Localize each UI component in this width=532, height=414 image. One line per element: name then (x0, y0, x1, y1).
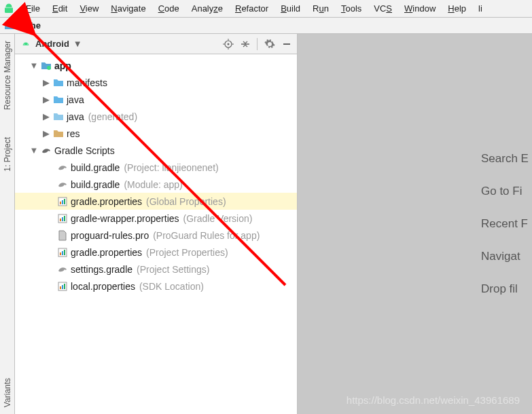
svg-rect-17 (62, 217, 63, 221)
tree-label: gradle.properties (71, 196, 142, 207)
tree-node-app[interactable]: ▼ app (15, 57, 297, 74)
hint-recent: Recent F (481, 217, 532, 231)
watermark: https://blog.csdn.net/weixin_43961689 (347, 394, 520, 406)
tree-hint: (generated) (88, 111, 137, 122)
chevron-down-icon: ▼ (30, 147, 38, 155)
menu-run[interactable]: Run (307, 2, 334, 15)
gradle-icon (57, 179, 68, 190)
properties-icon (57, 247, 68, 258)
tree-hint: (Module: app) (124, 179, 182, 190)
folder-icon (53, 77, 64, 88)
hint-drop: Drop fil (481, 282, 532, 296)
svg-point-1 (27, 43, 28, 44)
panel-header: Android ▼ (15, 34, 297, 54)
left-gutter: Resource Manager 1: Project Variants (0, 34, 15, 414)
menu-build[interactable]: Build (275, 2, 306, 15)
tree-label: local.properties (71, 281, 135, 292)
properties-icon (57, 281, 68, 292)
chevron-right-icon: ▶ (42, 113, 50, 121)
tree-node-settings-gradle[interactable]: ▶ settings.gradle (Project Settings) (15, 261, 297, 278)
menu-view[interactable]: View (74, 2, 104, 15)
svg-rect-22 (64, 250, 65, 255)
menu-window[interactable]: Window (399, 2, 441, 15)
menu-partial[interactable]: li (473, 2, 488, 15)
collapse-icon[interactable] (241, 39, 250, 49)
properties-icon (57, 213, 68, 224)
svg-rect-12 (60, 202, 61, 204)
gutter-project[interactable]: 1: Project (3, 137, 12, 172)
menu-help[interactable]: Help (442, 2, 472, 15)
tree-hint: (Project: lianjieonenet) (124, 162, 218, 173)
breadcrumb: bishe (0, 18, 532, 34)
tree-label: app (54, 60, 71, 71)
chevron-right-icon: ▶ (42, 96, 50, 104)
tree-hint: (Project Properties) (146, 247, 228, 258)
tree-node-gradle-wrapper-properties[interactable]: ▶ gradle-wrapper.properties (Gradle Vers… (15, 210, 297, 227)
chevron-right-icon: ▶ (42, 79, 50, 87)
menu-refactor[interactable]: Refactor (230, 2, 274, 15)
tree-label: settings.gradle (71, 264, 132, 275)
folder-res-icon (53, 128, 64, 139)
svg-point-3 (228, 43, 230, 45)
hint-goto-file: Go to Fi (481, 185, 532, 198)
tree-label: gradle.properties (71, 247, 142, 258)
tree-node-gradle-properties-global[interactable]: ▶ gradle.properties (Global Properties) (15, 193, 297, 210)
tree-hint: (Project Settings) (137, 264, 209, 275)
minimize-icon[interactable] (282, 39, 291, 49)
tree-node-java-generated[interactable]: ▶ java (generated) (15, 108, 297, 125)
hint-search: Search E (481, 152, 532, 166)
menu-tools[interactable]: Tools (336, 2, 367, 15)
menu-vcs[interactable]: VCS (368, 2, 397, 15)
menu-edit[interactable]: Edit (47, 2, 73, 15)
tree-node-proguard-rules[interactable]: ▶ proguard-rules.pro (ProGuard Rules for… (15, 227, 297, 244)
menu-file[interactable]: File (20, 2, 46, 15)
folder-gen-icon (53, 111, 64, 122)
tree-label: java (67, 111, 84, 122)
chevron-down-icon: ▼ (73, 39, 82, 49)
tree-node-manifests[interactable]: ▶ manifests (15, 74, 297, 91)
svg-point-10 (47, 66, 51, 70)
folder-icon (53, 94, 64, 105)
target-icon[interactable] (223, 39, 234, 50)
gear-icon[interactable] (264, 39, 275, 50)
menu-navigate[interactable]: Navigate (105, 2, 151, 15)
gradle-icon (57, 264, 68, 275)
gradle-icon (57, 162, 68, 173)
folder-icon (4, 20, 15, 31)
android-head-icon (20, 39, 31, 49)
menu-analyze[interactable]: Analyze (186, 2, 228, 15)
svg-rect-26 (64, 284, 65, 289)
tree-hint: (ProGuard Rules for app) (153, 230, 260, 241)
chevron-down-icon: ▼ (30, 62, 38, 70)
tree-label: res (67, 128, 79, 139)
svg-rect-14 (64, 199, 65, 204)
svg-rect-24 (60, 286, 61, 289)
tree-node-res[interactable]: ▶ res (15, 125, 297, 142)
svg-rect-21 (62, 251, 63, 255)
chevron-right-icon: ▶ (42, 130, 50, 138)
editor-empty-state: Search E Go to Fi Recent F Navigat Drop … (298, 34, 532, 414)
gutter-variants[interactable]: Variants (3, 378, 12, 407)
tree-node-java[interactable]: ▶ java (15, 91, 297, 108)
tree-label: java (67, 94, 84, 105)
tree-node-gradle-properties-project[interactable]: ▶ gradle.properties (Project Properties) (15, 244, 297, 261)
properties-icon (57, 196, 68, 207)
main-area: Resource Manager 1: Project Variants And… (0, 34, 532, 414)
svg-rect-13 (62, 200, 63, 204)
android-logo-icon (3, 3, 15, 15)
menu-code[interactable]: Code (153, 2, 185, 15)
file-icon (57, 230, 68, 241)
tree-node-gradle-scripts[interactable]: ▼ Gradle Scripts (15, 142, 297, 159)
tree-node-local-properties[interactable]: ▶ local.properties (SDK Location) (15, 278, 297, 295)
svg-point-0 (24, 43, 24, 44)
tree-node-build-gradle-project[interactable]: ▶ build.gradle (Project: lianjieonenet) (15, 159, 297, 176)
divider (257, 38, 258, 50)
tree-node-build-gradle-module[interactable]: ▶ build.gradle (Module: app) (15, 176, 297, 193)
tree-hint: (Global Properties) (146, 196, 226, 207)
tree-label: proguard-rules.pro (71, 230, 149, 241)
breadcrumb-project[interactable]: bishe (18, 20, 41, 31)
gutter-resource-manager[interactable]: Resource Manager (3, 41, 12, 110)
panel-view-selector[interactable]: Android ▼ (20, 39, 223, 49)
gradle-icon (41, 145, 52, 156)
project-panel: Android ▼ ▼ app ▶ manifests (15, 34, 298, 414)
